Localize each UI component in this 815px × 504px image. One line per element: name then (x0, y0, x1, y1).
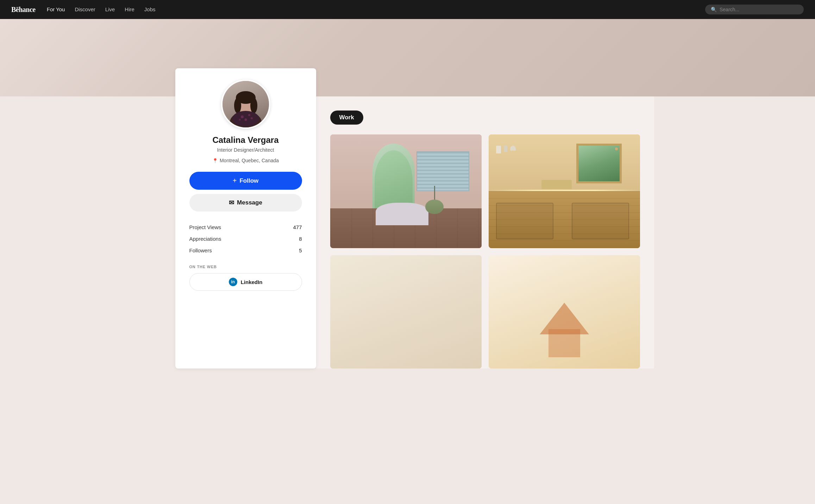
profile-location: 📍 Montreal, Quebec, Canada (212, 158, 279, 163)
project-card-3[interactable] (330, 255, 482, 369)
main-content: Catalina Vergara Interior Designer/Archi… (161, 96, 654, 383)
nav-jobs[interactable]: Jobs (144, 6, 156, 12)
project-card-4[interactable] (489, 255, 640, 369)
plus-icon: + (233, 177, 237, 185)
message-icon: ✉ (229, 199, 234, 207)
work-area: Work (316, 96, 654, 368)
svg-point-11 (244, 119, 247, 121)
svg-point-9 (241, 115, 244, 118)
svg-point-10 (248, 114, 250, 116)
profile-name: Catalina Vergara (212, 135, 278, 145)
svg-point-12 (239, 119, 240, 121)
nav-links: For You Discover Live Hire Jobs (47, 6, 156, 13)
stat-followers: Followers 5 (189, 245, 302, 256)
work-tab-button[interactable]: Work (330, 111, 363, 125)
project-card-1[interactable] (330, 134, 482, 248)
stats-section: Project Views 477 Appreciations 8 Follow… (189, 221, 302, 256)
profile-title: Interior Designer/Architect (217, 147, 274, 153)
search-icon: 🔍 (711, 7, 717, 12)
avatar-image (222, 81, 269, 127)
linkedin-icon: in (229, 278, 237, 286)
stat-project-views: Project Views 477 (189, 221, 302, 233)
search-input[interactable] (720, 7, 798, 12)
profile-card: Catalina Vergara Interior Designer/Archi… (175, 68, 316, 368)
linkedin-button[interactable]: in LinkedIn (189, 273, 302, 291)
svg-point-13 (251, 117, 253, 119)
nav-hire[interactable]: Hire (125, 6, 134, 12)
projects-grid (330, 134, 640, 368)
nav-discover[interactable]: Discover (75, 6, 95, 12)
cover-banner (0, 19, 815, 96)
nav-live[interactable]: Live (105, 6, 115, 12)
message-button[interactable]: ✉ Message (189, 194, 302, 212)
location-pin-icon: 📍 (212, 158, 218, 163)
on-web-label: ON THE WEB (189, 265, 302, 269)
stat-appreciations: Appreciations 8 (189, 233, 302, 245)
nav-for-you[interactable]: For You (47, 6, 65, 12)
project-card-2[interactable] (489, 134, 640, 248)
follow-button[interactable]: + Follow (189, 172, 302, 190)
search-bar[interactable]: 🔍 (705, 5, 804, 14)
navbar: Bē​hance For You Discover Live Hire Jobs… (0, 0, 815, 19)
site-logo[interactable]: Bē​hance (11, 6, 36, 14)
svg-rect-7 (236, 96, 256, 102)
avatar (221, 80, 270, 129)
